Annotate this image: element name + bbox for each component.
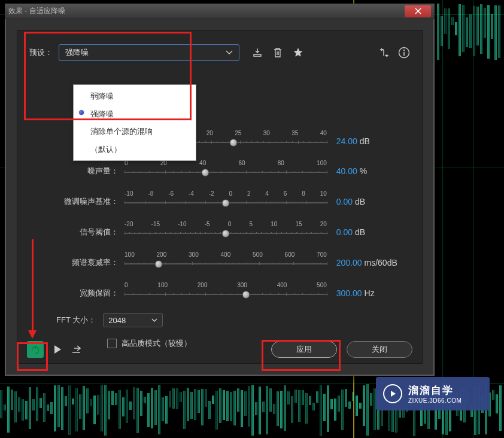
slider-label: 信号阈值： [29,227,125,238]
slider-value[interactable]: 200.00 ms/60dB [327,258,410,267]
slider-track[interactable]: -10-8-6-4-20246810 [125,191,327,212]
slider-value[interactable]: 0.00 dB [327,197,410,206]
window-title: 效果 - 自适应降噪 [8,6,405,16]
close-button[interactable]: 关闭 [347,341,412,358]
preset-option-0[interactable]: 弱降噪 [74,87,196,105]
slider-value[interactable]: 24.00 dB [327,136,410,146]
dialog-window: 效果 - 自适应降噪 预设： 强降噪 [5,4,435,376]
slider-thumb[interactable] [221,199,229,207]
close-icon[interactable] [405,5,431,17]
slider-thumb[interactable] [230,139,238,147]
preset-option-3[interactable]: （默认） [74,141,196,159]
slider-row-2: 微调噪声基准：-10-8-6-4-202468100.00 dB [29,186,410,217]
delete-preset-icon[interactable] [272,47,284,59]
chevron-down-icon [151,318,157,323]
fft-label: FFT 大小： [56,315,96,326]
fft-select[interactable]: 2048 [103,313,163,327]
slider-track[interactable]: 0100200300400500 [125,283,327,303]
dialog-content: 预设： 强降噪 [5,19,435,376]
slider-thumb[interactable] [155,260,163,268]
preset-select[interactable]: 强降噪 [59,44,239,61]
titlebar[interactable]: 效果 - 自适应降噪 [5,4,435,19]
slider-thumb[interactable] [242,291,250,299]
favorite-icon[interactable] [292,47,304,59]
slider-label: 微调噪声基准： [29,196,125,207]
slider-row-4: 频谱衰减率：100200300400500600700200.00 ms/60d… [29,247,410,278]
slider-label: 宽频保留： [29,288,125,299]
routing-icon[interactable] [379,48,390,57]
slider-track[interactable]: 100200300400500600700 [125,253,327,273]
slider-value[interactable]: 40.00 % [327,166,410,176]
preset-label: 预设： [29,47,53,58]
export-icon[interactable] [71,345,82,354]
play-circle-icon [383,384,402,403]
arrow-head-icon [28,330,37,339]
watermark: 溜溜自学 ZIXUE.3D66.COM [376,377,490,410]
watermark-title: 溜溜自学 [408,384,462,397]
preset-option-1[interactable]: 强降噪 [74,105,196,123]
preset-option-2[interactable]: 消除单个源的混响 [74,123,196,141]
info-icon[interactable] [398,47,410,59]
power-button[interactable] [27,341,44,358]
slider-label: 频谱衰减率： [29,257,125,268]
slider-row-3: 信号阈值：-20-15-10-5051015200.00 dB [29,217,410,247]
preset-selected-value: 强降噪 [65,47,89,58]
apply-button[interactable]: 应用 [271,341,337,358]
slider-track[interactable]: 020406080100 [125,161,327,181]
chevron-down-icon [226,50,233,55]
slider-label: 噪声量： [29,166,125,177]
slider-row-5: 宽频保留：0100200300400500300.00 Hz [29,278,410,308]
save-preset-icon[interactable] [251,47,263,59]
slider-thumb[interactable] [202,169,210,177]
fft-value: 2048 [108,316,126,325]
svg-point-1 [403,50,405,51]
preset-dropdown[interactable]: 弱降噪 强降噪 消除单个源的混响 （默认） [73,84,196,161]
watermark-url: ZIXUE.3D66.COM [408,397,462,404]
arrow-annotation [32,239,34,333]
slider-thumb[interactable] [221,230,229,238]
slider-track[interactable]: -20-15-10-505101520 [125,222,327,242]
play-button[interactable] [53,345,62,354]
slider-value[interactable]: 0.00 dB [327,227,410,237]
slider-value[interactable]: 300.00 Hz [327,288,410,298]
